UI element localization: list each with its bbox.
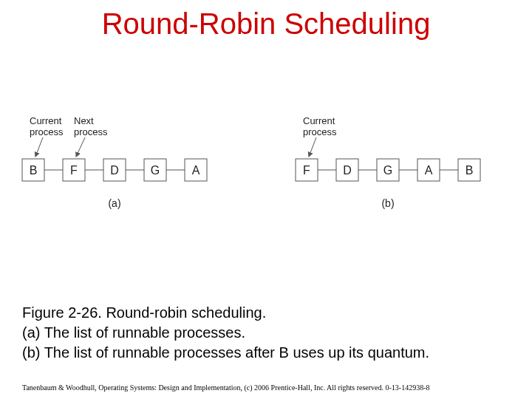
caption-line: Figure 2-26. Round-robin scheduling. [22, 303, 510, 323]
process-label: G [151, 164, 160, 177]
process-label: F [70, 164, 78, 177]
label-current-b: Current [303, 115, 335, 126]
caption-line: (a) The list of runnable processes. [22, 323, 510, 343]
label-current-b2: process [303, 126, 337, 137]
figure-2-26: Current process Next process B F [0, 111, 532, 236]
figure-caption: Figure 2-26. Round-robin scheduling. (a)… [22, 303, 510, 363]
diagram-a: Current process Next process B F [22, 115, 207, 209]
arrow-current-a [35, 137, 43, 157]
process-label: A [425, 164, 433, 177]
label-current-a2: process [30, 126, 64, 137]
process-label: D [110, 164, 119, 177]
label-next-a2: process [74, 126, 108, 137]
diagram-b: Current process F D G A [296, 115, 480, 209]
process-label: B [30, 164, 38, 177]
diagram-svg: Current process Next process B F [0, 111, 532, 236]
process-label: G [383, 164, 392, 177]
label-current-a: Current [30, 115, 62, 126]
page-title: Round-Robin Scheduling [0, 7, 532, 41]
label-next-a: Next [74, 115, 94, 126]
process-label: F [303, 164, 310, 177]
copyright-footer: Tanenbaum & Woodhull, Operating Systems:… [22, 383, 510, 392]
arrow-current-b [309, 137, 316, 157]
process-label: D [343, 164, 352, 177]
arrow-next-a [76, 137, 85, 157]
caption-line: (b) The list of runnable processes after… [22, 343, 510, 363]
subfig-tag-a: (a) [108, 197, 120, 209]
process-label: B [466, 164, 474, 177]
process-label: A [192, 164, 200, 177]
box-row-a: B F D G A [22, 159, 207, 181]
box-row-b: F D G A B [296, 159, 480, 181]
slide: Round-Robin Scheduling Current process N… [0, 0, 532, 399]
subfig-tag-b: (b) [381, 197, 394, 209]
